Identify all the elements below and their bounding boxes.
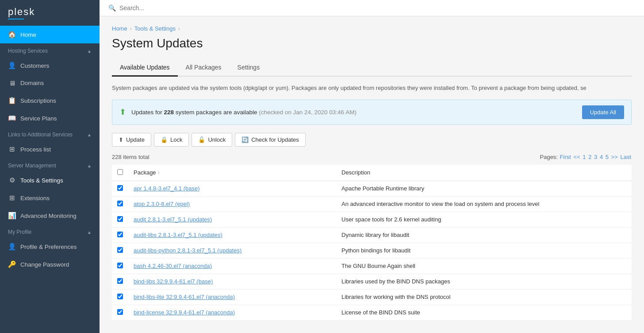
row-checkbox-2[interactable] xyxy=(117,216,123,222)
table-row: apr 1.4.8-3.el7_4.1 (base) Apache Portab… xyxy=(112,181,632,196)
package-desc-cell: Python bindings for libaudit xyxy=(336,243,632,258)
row-checkbox-cell xyxy=(112,212,128,227)
section-label: My Profile xyxy=(8,229,31,235)
sidebar-item-extensions[interactable]: ⊞ Extensions xyxy=(0,189,100,207)
domains-icon: 🖥 xyxy=(8,79,16,87)
update-all-button[interactable]: Update All xyxy=(582,105,624,119)
package-link-5[interactable]: bash 4.2.46-30.el7 (anaconda) xyxy=(134,263,212,269)
package-header[interactable]: Package ↑ xyxy=(128,165,336,181)
service-plans-icon: 📖 xyxy=(8,114,16,122)
package-link-1[interactable]: atop 2.3.0-8.el7 (epel) xyxy=(134,201,190,207)
unlock-button[interactable]: 🔓 Unlock xyxy=(192,133,232,147)
breadcrumb-home[interactable]: Home xyxy=(112,25,127,32)
customers-icon: 👤 xyxy=(8,62,16,70)
banner-checked-time: (checked on Jan 24, 2020 03:46 AM) xyxy=(259,109,356,116)
breadcrumb-sep-1: › xyxy=(130,26,132,32)
sidebar-item-profile-preferences[interactable]: 👤 Profile & Preferences xyxy=(0,238,100,256)
package-link-3[interactable]: audit-libs 2.8.1-3.el7_5.1 (updates) xyxy=(134,232,222,238)
package-name-cell: atop 2.3.0-8.el7 (epel) xyxy=(128,196,336,212)
sidebar-item-label: Domains xyxy=(20,80,44,86)
page-prev[interactable]: << xyxy=(574,154,580,160)
sidebar-item-label: Customers xyxy=(20,62,49,69)
table-row: audit-libs 2.8.1-3.el7_5.1 (updates) Dyn… xyxy=(112,227,632,243)
page-next[interactable]: >> xyxy=(611,154,618,160)
sidebar-item-change-password[interactable]: 🔑 Change Password xyxy=(0,256,100,273)
sidebar-item-advanced-monitoring[interactable]: 📊 Advanced Monitoring xyxy=(0,207,100,225)
sidebar-item-domains[interactable]: 🖥 Domains xyxy=(0,74,100,92)
check-updates-button[interactable]: 🔄 Check for Updates xyxy=(235,133,306,147)
sidebar-section-my-profile[interactable]: My Profile ▲ xyxy=(0,225,100,238)
package-desc-cell: Dynamic library for libaudit xyxy=(336,227,632,243)
row-checkbox-5[interactable] xyxy=(117,263,123,268)
page-2[interactable]: 2 xyxy=(588,154,591,160)
page-5[interactable]: 5 xyxy=(606,154,609,160)
sidebar-item-label: Process list xyxy=(20,146,51,153)
sidebar-item-process-list[interactable]: ⊞ Process list xyxy=(0,140,100,158)
package-link-7[interactable]: bind-libs-lite 32:9.9.4-61.el7 (anaconda… xyxy=(134,294,235,300)
row-checkbox-cell xyxy=(112,305,128,320)
row-checkbox-1[interactable] xyxy=(117,201,123,206)
banner-text-prefix: Updates for xyxy=(131,109,162,116)
row-checkbox-8[interactable] xyxy=(117,309,123,315)
process-list-icon: ⊞ xyxy=(8,145,16,153)
package-name-cell: bind-libs-lite 32:9.9.4-61.el7 (anaconda… xyxy=(128,289,336,305)
lock-button[interactable]: 🔒 Lock xyxy=(154,133,189,147)
sidebar-item-label: Advanced Monitoring xyxy=(20,213,77,219)
toolbar: ⬆ Update 🔒 Lock 🔓 Unlock 🔄 Check for Upd… xyxy=(112,133,632,147)
update-button[interactable]: ⬆ Update xyxy=(112,133,151,147)
sidebar-item-tools-settings[interactable]: ⚙ Tools & Settings xyxy=(0,171,100,189)
package-link-4[interactable]: audit-libs-python 2.8.1-3.el7_5.1 (updat… xyxy=(134,247,242,254)
package-link-0[interactable]: apr 1.4.8-3.el7_4.1 (base) xyxy=(134,185,200,192)
package-name-cell: apr 1.4.8-3.el7_4.1 (base) xyxy=(128,181,336,196)
package-desc-cell: The GNU Bourne Again shell xyxy=(336,258,632,274)
row-checkbox-7[interactable] xyxy=(117,294,123,299)
package-name-cell: bind-libs 32:9.9.4-61.el7 (base) xyxy=(128,274,336,289)
tab-settings[interactable]: Settings xyxy=(230,59,268,77)
row-checkbox-3[interactable] xyxy=(117,232,123,237)
package-link-6[interactable]: bind-libs 32:9.9.4-61.el7 (base) xyxy=(134,278,213,285)
page-3[interactable]: 3 xyxy=(594,154,597,160)
sidebar-item-subscriptions[interactable]: 📋 Subscriptions xyxy=(0,92,100,109)
sidebar: plesk 🏠 Home Hosting Services ▲ 👤 Custom… xyxy=(0,0,100,333)
row-checkbox-cell xyxy=(112,258,128,274)
sidebar-section-hosting-services[interactable]: Hosting Services ▲ xyxy=(0,43,100,57)
sidebar-item-label: Extensions xyxy=(20,195,50,201)
pagination-row: 228 items total Pages: First << 1 2 3 4 … xyxy=(112,154,632,160)
page-last[interactable]: Last xyxy=(620,154,631,160)
logo-line xyxy=(8,19,24,19)
banner-text: Updates for 228 system packages are avai… xyxy=(131,109,577,116)
sidebar-section-links[interactable]: Links to Additional Services ▲ xyxy=(0,127,100,140)
tab-all-packages[interactable]: All Packages xyxy=(178,59,230,77)
sidebar-section-server-management[interactable]: Server Management ▲ xyxy=(0,158,100,171)
search-input[interactable] xyxy=(119,4,635,12)
select-all-checkbox[interactable] xyxy=(117,169,123,175)
page-1[interactable]: 1 xyxy=(583,154,586,160)
package-link-8[interactable]: bind-license 32:9.9.4-61.el7 (anaconda) xyxy=(134,309,235,316)
banner-text-middle: system packages are available xyxy=(176,109,257,116)
package-link-2[interactable]: audit 2.8.1-3.el7_5.1 (updates) xyxy=(134,216,212,223)
table-row: bind-libs-lite 32:9.9.4-61.el7 (anaconda… xyxy=(112,289,632,305)
tab-available-updates[interactable]: Available Updates xyxy=(112,59,178,77)
items-total: 228 items total xyxy=(112,154,150,160)
package-desc-cell: An advanced interactive monitor to view … xyxy=(336,196,632,212)
search-icon: 🔍 xyxy=(108,4,116,12)
row-checkbox-0[interactable] xyxy=(117,185,123,191)
sidebar-item-customers[interactable]: 👤 Customers xyxy=(0,57,100,74)
row-checkbox-cell xyxy=(112,289,128,305)
row-checkbox-4[interactable] xyxy=(117,247,123,253)
home-icon: 🏠 xyxy=(8,31,16,39)
section-label: Server Management xyxy=(8,163,56,169)
row-checkbox-6[interactable] xyxy=(117,278,123,284)
sidebar-item-home[interactable]: 🏠 Home xyxy=(0,26,100,43)
sidebar-item-label: Service Plans xyxy=(20,115,57,122)
page-4[interactable]: 4 xyxy=(600,154,603,160)
tabs: Available Updates All Packages Settings xyxy=(112,59,632,77)
row-checkbox-cell xyxy=(112,181,128,196)
banner-count: 228 xyxy=(164,109,174,116)
sidebar-item-label: Home xyxy=(20,31,36,38)
sidebar-item-service-plans[interactable]: 📖 Service Plans xyxy=(0,109,100,127)
table-row: bind-license 32:9.9.4-61.el7 (anaconda) … xyxy=(112,305,632,320)
breadcrumb-sep-2: › xyxy=(178,26,180,32)
page-first[interactable]: First xyxy=(560,154,571,160)
breadcrumb-tools-settings[interactable]: Tools & Settings xyxy=(134,25,176,32)
